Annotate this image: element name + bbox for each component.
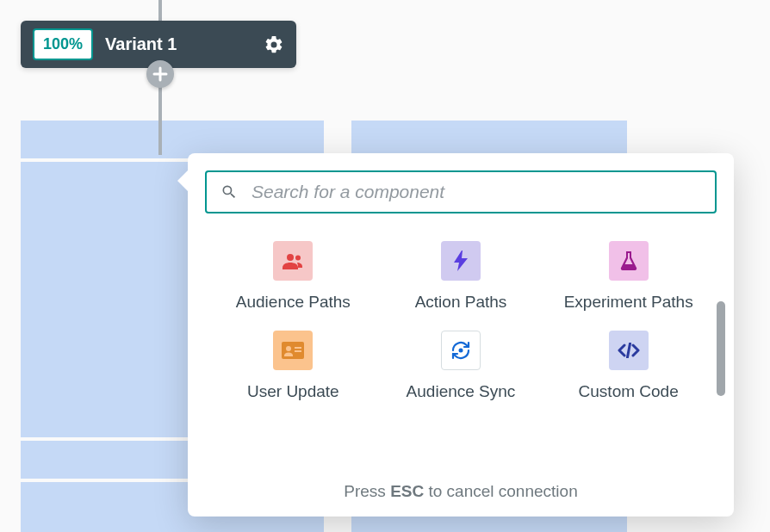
code-icon xyxy=(618,343,640,358)
component-user-update[interactable]: User Update xyxy=(214,331,373,401)
sync-icon xyxy=(450,340,471,361)
icon-tile xyxy=(441,331,481,370)
search-icon xyxy=(220,183,238,201)
component-label: Audience Paths xyxy=(236,293,351,312)
component-label: User Update xyxy=(247,382,339,401)
component-action-paths[interactable]: Action Paths xyxy=(382,241,541,312)
component-label: Action Paths xyxy=(415,293,507,312)
plus-icon xyxy=(152,66,168,82)
variant-label: Variant 1 xyxy=(105,34,264,54)
svg-rect-5 xyxy=(295,350,301,352)
icon-tile xyxy=(609,241,649,281)
icon-tile xyxy=(441,241,481,281)
svg-point-1 xyxy=(295,256,301,261)
search-input[interactable] xyxy=(251,182,701,202)
component-label: Custom Code xyxy=(579,382,679,401)
bolt-icon xyxy=(454,251,468,271)
percentage-badge: 100% xyxy=(33,28,93,60)
svg-point-0 xyxy=(287,254,294,261)
component-label: Experiment Paths xyxy=(564,293,693,312)
gear-icon xyxy=(264,34,284,55)
svg-point-6 xyxy=(458,349,463,353)
component-experiment-paths[interactable]: Experiment Paths xyxy=(549,241,708,312)
add-step-button[interactable] xyxy=(146,60,174,88)
component-label: Audience Sync xyxy=(407,382,516,401)
icon-tile xyxy=(273,241,313,281)
component-picker: Audience Paths Action Paths Experiment P… xyxy=(188,153,734,517)
hint-suffix: to cancel connection xyxy=(424,482,578,500)
settings-button[interactable] xyxy=(264,34,284,55)
footer-hint: Press ESC to cancel connection xyxy=(205,456,717,501)
id-card-icon xyxy=(282,342,304,359)
component-grid: Audience Paths Action Paths Experiment P… xyxy=(205,241,717,401)
icon-tile xyxy=(609,331,649,370)
hint-key: ESC xyxy=(390,482,424,500)
svg-point-3 xyxy=(286,346,291,351)
scrollbar-thumb[interactable] xyxy=(717,301,725,396)
users-icon xyxy=(283,252,304,269)
component-audience-sync[interactable]: Audience Sync xyxy=(382,331,541,401)
search-field-wrap[interactable] xyxy=(205,170,717,213)
hint-prefix: Press xyxy=(344,482,390,500)
svg-rect-4 xyxy=(295,347,301,349)
icon-tile xyxy=(273,331,313,370)
flask-icon xyxy=(620,251,637,270)
svg-line-7 xyxy=(627,343,630,357)
component-custom-code[interactable]: Custom Code xyxy=(549,331,708,401)
component-audience-paths[interactable]: Audience Paths xyxy=(214,241,373,312)
